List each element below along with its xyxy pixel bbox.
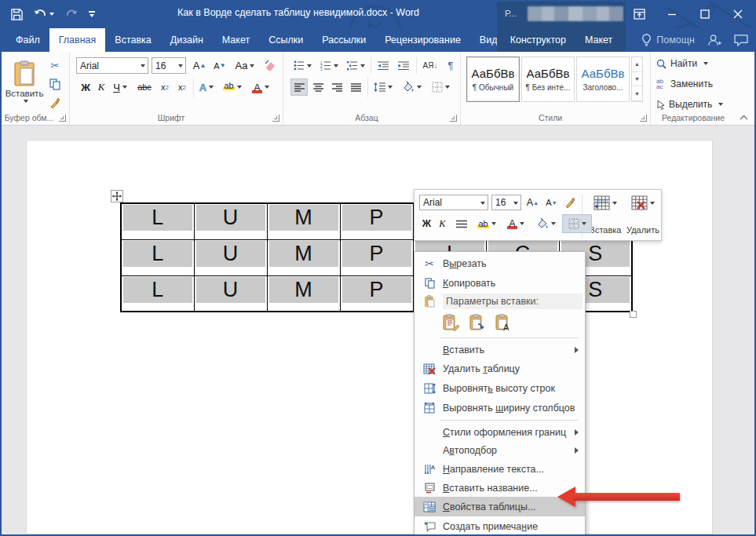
styles-dialog-launcher[interactable] <box>640 115 647 122</box>
mini-format-painter-button[interactable] <box>561 195 579 210</box>
word-window: Как в Ворде сделать таблицу невидимой.do… <box>0 0 756 536</box>
mini-font-name-combo[interactable]: Arial <box>419 195 488 210</box>
style-heading[interactable]: АаБбВв Заголово... <box>576 57 630 102</box>
shrink-font-button[interactable]: А▼ <box>210 57 229 74</box>
new-comment-icon <box>421 521 438 532</box>
borders-button[interactable] <box>427 78 454 96</box>
align-left-button[interactable] <box>290 78 308 96</box>
table-cell: L <box>123 277 192 303</box>
styles-scroll-down[interactable]: ▼ <box>632 72 642 87</box>
highlight-color-button[interactable]: ab <box>220 78 245 96</box>
copy-icon <box>49 78 60 90</box>
show-marks-button[interactable]: ¶ <box>443 57 458 74</box>
ribbon-display-options-button[interactable] <box>626 2 652 26</box>
font-size-combo[interactable]: 16 <box>152 57 186 74</box>
mini-align-button[interactable] <box>452 215 471 232</box>
paste-text-only-button[interactable]: A <box>493 312 513 333</box>
menu-item-new-comment[interactable]: Создать примечание <box>415 516 585 536</box>
tell-me-helper[interactable]: Помощн <box>641 34 695 46</box>
italic-button[interactable]: К <box>94 78 108 96</box>
share-button[interactable] <box>707 34 721 47</box>
clipboard-dialog-launcher[interactable] <box>59 115 66 122</box>
subscript-button[interactable]: x2 <box>157 78 173 96</box>
mini-highlight-button[interactable]: ab <box>473 215 500 232</box>
tab-home[interactable]: Главная <box>49 28 106 52</box>
increase-indent-button[interactable] <box>394 57 413 74</box>
replace-button[interactable]: ab ac Заменить <box>656 78 713 89</box>
mini-grow-font-button[interactable]: A▲ <box>524 195 542 210</box>
decrease-indent-icon <box>378 61 389 71</box>
menu-item-copy[interactable]: Копировать <box>415 273 585 293</box>
mini-bold-button[interactable]: Ж <box>419 215 434 232</box>
font-name-combo[interactable]: Arial <box>76 57 148 74</box>
underline-button[interactable]: Ч <box>110 78 130 96</box>
menu-item-distribute-columns[interactable]: Выровнять ширину столбцов <box>415 398 585 417</box>
mini-font-color-button[interactable]: А <box>502 215 529 232</box>
cut-button[interactable]: ✂ <box>46 58 64 72</box>
minimize-button[interactable] <box>659 2 685 26</box>
clipboard-icon <box>13 60 35 87</box>
paste-keep-formatting-button[interactable] <box>441 312 462 333</box>
shading-button[interactable] <box>399 78 424 96</box>
mini-delete-table-button[interactable]: Удалить <box>623 193 663 237</box>
decrease-indent-button[interactable] <box>374 57 393 74</box>
mini-shrink-font-button[interactable]: A▼ <box>542 195 561 210</box>
align-center-button[interactable] <box>309 78 327 96</box>
font-color-button[interactable]: А <box>248 78 273 96</box>
collapse-ribbon-button[interactable] <box>740 115 748 120</box>
tab-file[interactable]: Файл <box>6 28 49 52</box>
paste-button[interactable]: Вставить <box>6 57 42 111</box>
menu-item-text-direction[interactable]: A Направление текста... <box>415 459 585 479</box>
superscript-button[interactable]: x2 <box>174 78 190 96</box>
mini-shading-button[interactable] <box>531 215 560 232</box>
paste-merge-formatting-button[interactable] <box>467 312 488 333</box>
mini-font-size-combo[interactable]: 16 <box>491 195 521 210</box>
text-effects-button[interactable]: А <box>196 78 217 96</box>
menu-item-delete-table[interactable]: Удалить таблицу <box>415 359 585 378</box>
tab-references[interactable]: Ссылки <box>259 28 312 52</box>
tab-design[interactable]: Дизайн <box>161 28 213 52</box>
styles-gallery-more[interactable]: ▼ <box>632 86 642 101</box>
justify-button[interactable] <box>347 78 364 96</box>
tab-table-layout[interactable]: Макет <box>575 28 622 52</box>
mini-italic-button[interactable]: К <box>435 215 450 232</box>
copy-button[interactable] <box>46 77 64 91</box>
comments-button[interactable] <box>734 35 748 46</box>
menu-item-border-styles[interactable]: Стили оформления границ <box>415 423 585 441</box>
line-spacing-button[interactable] <box>371 78 396 96</box>
strikethrough-button[interactable]: abc <box>133 78 155 96</box>
style-no-spacing[interactable]: АаБбВв ¶ Без инте... <box>521 57 575 102</box>
multilevel-list-button[interactable] <box>344 57 367 74</box>
grow-font-button[interactable]: А▲ <box>190 57 209 74</box>
clear-formatting-button[interactable] <box>261 57 280 74</box>
menu-item-cut[interactable]: ✂ Вырезать <box>415 253 585 273</box>
paste-dropdown-caret[interactable] <box>24 100 28 103</box>
tab-table-design[interactable]: Конструктор <box>501 28 575 52</box>
styles-scroll-up[interactable]: ▲ <box>632 57 642 72</box>
bullets-button[interactable] <box>290 57 314 74</box>
close-button[interactable] <box>725 2 751 26</box>
distribute-columns-icon <box>421 403 438 414</box>
font-dialog-launcher[interactable] <box>272 115 279 122</box>
tab-review[interactable]: Рецензирование <box>375 28 470 52</box>
menu-item-distribute-rows[interactable]: Выровнять высоту строк <box>415 378 585 398</box>
table-move-handle[interactable] <box>111 190 123 202</box>
align-right-button[interactable] <box>328 78 345 96</box>
mini-borders-button[interactable] <box>562 214 592 233</box>
find-button[interactable]: Найти <box>656 58 708 69</box>
format-painter-button[interactable] <box>46 96 64 110</box>
tab-layout[interactable]: Макет <box>213 28 259 52</box>
menu-item-autofit[interactable]: Автоподбор <box>415 441 585 459</box>
paragraph-dialog-launcher[interactable] <box>450 115 457 122</box>
sort-button[interactable]: АЯ↓ <box>419 57 441 74</box>
tab-insert[interactable]: Вставка <box>105 28 160 52</box>
tab-mailings[interactable]: Рассылки <box>312 28 375 52</box>
style-normal[interactable]: АаБбВв ¶ Обычный <box>466 57 520 102</box>
numbering-button[interactable]: 123 <box>317 57 341 74</box>
change-case-button[interactable]: Aa <box>232 57 257 74</box>
select-button[interactable]: Выделить <box>656 99 723 110</box>
table-resize-handle[interactable] <box>630 311 637 318</box>
maximize-button[interactable] <box>692 2 718 26</box>
menu-item-insert[interactable]: Вставить <box>415 341 585 359</box>
bold-button[interactable]: Ж <box>79 78 93 96</box>
